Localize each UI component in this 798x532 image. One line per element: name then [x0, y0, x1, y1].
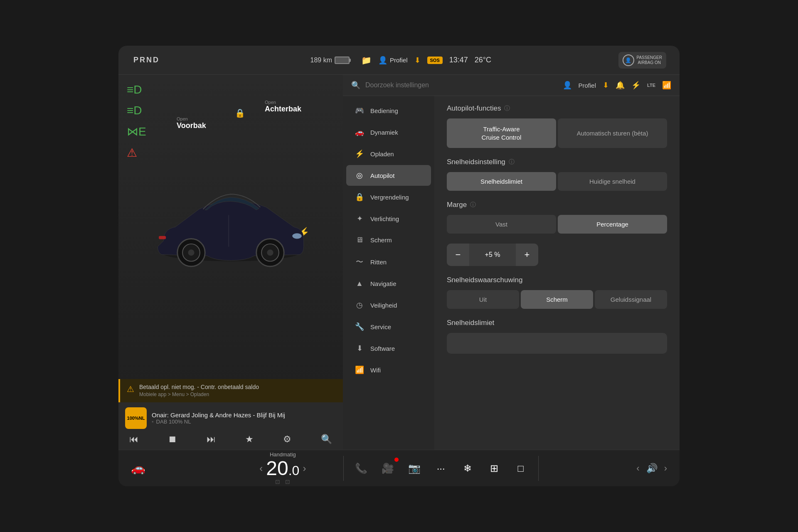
info-icon-2[interactable]: ⓘ	[509, 158, 515, 166]
media-logo: 100%NL	[125, 407, 147, 429]
profile-icon-top[interactable]: 👤	[563, 81, 572, 90]
hazard-icon: ⋈E	[127, 125, 146, 138]
car-silhouette	[152, 177, 310, 277]
stop-button[interactable]: ⏹	[168, 434, 177, 445]
speed-section: Handmatig ‹ 20.0 › ⊡ ⊡	[259, 451, 306, 485]
download-icon-top[interactable]: ⬇	[603, 81, 609, 90]
bediening-icon: 🎮	[355, 106, 365, 115]
speed-mode: Handmatig	[270, 451, 296, 458]
sidebar-item-software[interactable]: ⬇ Software	[346, 338, 431, 359]
snelheidslimiet-title: Snelheidslimiet	[447, 319, 667, 327]
search-bar: 🔍 👤 Profiel ⬇ 🔔 ⚡ LTE 📶	[343, 75, 680, 96]
sidebar-item-dynamiek[interactable]: 🚗 Dynamiek	[346, 122, 431, 143]
svg-point-7	[292, 233, 302, 239]
camera-icon[interactable]: 🎥	[379, 459, 397, 478]
auto-steer-btn[interactable]: Automatisch sturen (bèta)	[558, 118, 667, 148]
speed-prev-btn[interactable]: ‹	[259, 463, 263, 474]
favorite-button[interactable]: ★	[245, 434, 254, 445]
autopilot-functies-title: Autopilot-functies ⓘ	[447, 104, 667, 113]
ritten-icon: 〜	[355, 257, 365, 267]
volume-next-btn[interactable]: ›	[664, 463, 667, 474]
snelheidslimiet-btn[interactable]: Snelheidslimiet	[447, 172, 556, 191]
volume-prev-btn[interactable]: ‹	[636, 463, 639, 474]
square-icon[interactable]: □	[512, 459, 530, 478]
record-icon[interactable]: 📷	[405, 459, 424, 478]
huidige-snelheid-btn[interactable]: Huidige snelheid	[558, 172, 667, 191]
taskbar-right: ‹ 🔊 ›	[576, 463, 667, 474]
traffic-aware-btn[interactable]: Traffic-AwareCruise Control	[447, 118, 556, 148]
uit-btn[interactable]: Uit	[447, 290, 519, 309]
sidebar-item-bediening[interactable]: 🎮 Bediening	[346, 100, 431, 121]
autopilot-icon: ◎	[355, 171, 365, 180]
bluetooth-icon[interactable]: ⚡	[631, 81, 640, 90]
stepper-minus-btn[interactable]: −	[447, 244, 469, 266]
sidebar-item-veiligheid[interactable]: ◷ Veiligheid	[346, 295, 431, 315]
sidebar-item-vergrendeling[interactable]: 🔒 Vergrendeling	[346, 187, 431, 207]
sidebar-item-scherm[interactable]: 🖥 Scherm	[346, 230, 431, 250]
volume-icon[interactable]: 🔊	[646, 463, 658, 474]
next-button[interactable]: ⏭	[207, 434, 216, 445]
search-button[interactable]: 🔍	[321, 434, 332, 445]
profile-label-top: Profiel	[579, 82, 596, 89]
verlichting-icon: ✦	[355, 214, 365, 223]
wifi-icon: 📶	[355, 365, 365, 374]
lock-icon: 🔒	[235, 108, 245, 118]
download-icon[interactable]: ⬇	[414, 56, 421, 65]
sidebar-item-verlichting[interactable]: ✦ Verlichting	[346, 208, 431, 229]
bell-icon[interactable]: 🔔	[616, 81, 625, 90]
stepper-value: +5 %	[469, 251, 516, 259]
taillight-icon: ≡D	[127, 104, 146, 117]
sidebar-item-opladen[interactable]: ⚡ Opladen	[346, 143, 431, 164]
range-badge: 189 km	[310, 57, 350, 64]
vergrendeling-icon: 🔒	[355, 192, 365, 202]
svg-point-6	[267, 249, 273, 256]
snelheidslimiet-bar[interactable]	[447, 333, 667, 354]
sidebar-item-service[interactable]: 🔧 Service	[346, 316, 431, 337]
taskbar-apps: 📞 🎥 📷 ··· ❄ ⊞ □	[343, 456, 539, 481]
search-input[interactable]	[365, 81, 558, 89]
media-info: 100%NL Onair: Gerard Joling & Andre Haze…	[125, 407, 336, 429]
top-bar-icons: 👤 Profiel ⬇ 🔔 ⚡ LTE 📶	[563, 81, 672, 90]
sidebar-item-navigatie[interactable]: ▲ Navigatie	[346, 273, 431, 294]
top-status-bar: PRND 189 km 📁 👤 Profiel ⬇ SOS 13:47 26°C…	[118, 46, 680, 75]
sos-badge[interactable]: SOS	[427, 57, 443, 64]
battery-icon	[335, 57, 350, 64]
media-text: Onair: Gerard Joling & Andre Hazes - Bli…	[152, 411, 336, 425]
divider-1	[343, 456, 344, 481]
car-view-area: ≡D ≡D ⋈E ⚠ Open Voorbak Open Achterbak 🔒…	[118, 75, 343, 379]
geluid-btn[interactable]: Geluidssignaal	[595, 290, 667, 309]
media-controls: ⏮ ⏹ ⏭ ★ ⚙ 🔍	[125, 434, 336, 445]
snelheidswaarschuwing-group: Uit Scherm Geluidssignaal	[447, 290, 667, 309]
sidebar-item-autopilot[interactable]: ◎ Autopilot	[346, 165, 431, 186]
sidebar-item-wifi[interactable]: 📶 Wifi	[346, 360, 431, 380]
info-icon-3[interactable]: ⓘ	[470, 201, 476, 209]
speed-next-btn[interactable]: ›	[303, 463, 306, 474]
eq-button[interactable]: ⚙	[283, 434, 291, 445]
software-icon: ⬇	[355, 344, 365, 353]
phone-icon[interactable]: 📞	[352, 459, 370, 478]
signal-icon: 📶	[662, 81, 671, 90]
vast-btn[interactable]: Vast	[447, 215, 556, 234]
more-icon[interactable]: ···	[432, 459, 450, 478]
profile-button[interactable]: 👤 Profiel	[378, 56, 408, 65]
left-status: PRND 189 km	[125, 56, 350, 64]
main-content: ≡D ≡D ⋈E ⚠ Open Voorbak Open Achterbak 🔒…	[118, 75, 680, 450]
percentage-btn[interactable]: Percentage	[558, 215, 667, 234]
voorbak-label: Open Voorbak	[177, 116, 206, 130]
apps-icon[interactable]: ⊞	[485, 459, 503, 478]
stepper-plus-btn[interactable]: +	[516, 244, 538, 266]
temp-display: 26°C	[475, 56, 491, 64]
search-icon: 🔍	[351, 81, 360, 90]
media-subtitle: DAB 100% NL	[152, 419, 336, 425]
prev-button[interactable]: ⏮	[129, 434, 138, 445]
achterbak-label: Open Achterbak	[265, 100, 301, 113]
info-icon-1[interactable]: ⓘ	[504, 105, 510, 112]
warning-icon: ⚠	[127, 384, 134, 394]
scherm-btn[interactable]: Scherm	[521, 290, 593, 309]
fan-icon[interactable]: ❄	[458, 459, 477, 478]
settings-folder-icon[interactable]: 📁	[361, 55, 372, 65]
passenger-airbag-indicator: 👤 PASSENGERAIRBAG ON	[618, 52, 667, 69]
media-player: 100%NL Onair: Gerard Joling & Andre Haze…	[118, 402, 343, 450]
sidebar-item-ritten[interactable]: 〜 Ritten	[346, 251, 431, 273]
car-icon[interactable]: 🚗	[131, 461, 145, 475]
